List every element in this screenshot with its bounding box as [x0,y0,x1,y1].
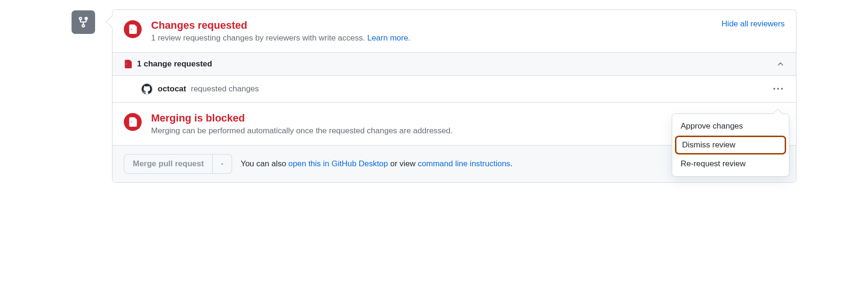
pr-merge-status-wrapper: Changes requested Hide all reviewers 1 r… [72,9,796,183]
changes-requested-section: Changes requested Hide all reviewers 1 r… [113,10,796,52]
file-diff-icon [124,60,132,68]
status-subtitle-text: 1 review requesting changes by reviewers… [151,33,367,42]
merge-pull-request-button[interactable]: Merge pull request [124,154,213,174]
file-diff-icon [124,113,142,131]
command-line-instructions-link[interactable]: command line instructions [418,159,511,168]
chevron-up-icon [776,60,785,68]
footer-text: You can also open this in GitHub Desktop… [241,159,513,169]
review-summary-label: 1 change requested [137,59,212,69]
reviewer-username[interactable]: octocat [158,84,186,94]
review-actions-dropdown: Approve changes Dismiss review Re-reques… [672,114,789,177]
review-summary-row[interactable]: 1 change requested [113,52,796,76]
file-diff-icon [124,20,142,38]
dismiss-review-item[interactable]: Dismiss review [675,136,786,154]
re-request-review-item[interactable]: Re-request review [672,154,789,173]
footer-text-suffix: . [510,159,513,168]
git-branch-icon [72,10,95,34]
kebab-menu-icon[interactable] [772,82,785,96]
hide-all-reviewers-link[interactable]: Hide all reviewers [722,19,785,29]
merge-button-group: Merge pull request [124,154,232,174]
reviewer-action-text: requested changes [191,84,259,94]
status-title-changes-requested: Changes requested [151,19,247,32]
footer-text-prefix: You can also [241,159,288,168]
status-subtitle: 1 review requesting changes by reviewers… [151,33,785,43]
learn-more-link[interactable]: Learn more. [367,33,410,42]
merge-status-panel: Changes requested Hide all reviewers 1 r… [112,9,796,183]
approve-changes-item[interactable]: Approve changes [672,117,789,136]
reviewer-row: octocat requested changes [113,76,796,103]
footer-text-middle: or view [388,159,418,168]
open-github-desktop-link[interactable]: open this in GitHub Desktop [289,159,388,168]
merge-options-caret[interactable] [213,154,232,174]
avatar[interactable] [141,83,153,95]
